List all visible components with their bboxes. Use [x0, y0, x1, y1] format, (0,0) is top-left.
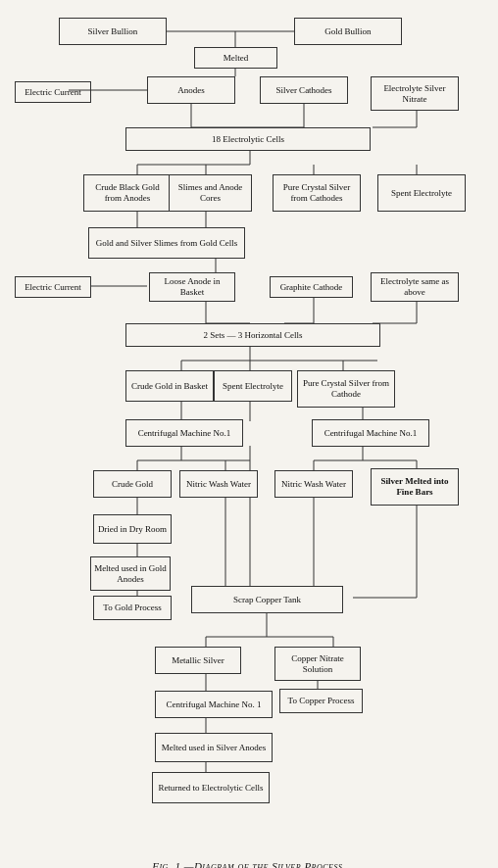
silver-bars-box: Silver Melted into Fine Bars — [371, 468, 459, 506]
electrolyte-same-box: Electrolyte same as above — [371, 272, 459, 302]
centrifugal-2-box: Centrifugal Machine No.1 — [312, 419, 429, 447]
spent-electrolyte-2-box: Spent Electrolyte — [214, 370, 292, 402]
eighteen-cells-box: 18 Electrolytic Cells — [125, 127, 371, 151]
crude-gold-box: Crude Gold — [93, 470, 172, 498]
to-copper-process-box: To Copper Process — [279, 689, 363, 713]
centrifugal-3-box: Centrifugal Machine No. 1 — [155, 691, 273, 718]
silver-bullion-box: Silver Bullion — [59, 18, 167, 45]
melted-gold-anodes-box: Melted used in Gold Anodes — [90, 556, 171, 591]
slimes-anode-cores-box: Slimes and Anode Cores — [169, 174, 252, 212]
figure-caption: Fig. 1.—Diagram of the Silver Process. — [10, 860, 488, 868]
pure-crystal-silver-2-box: Pure Crystal Silver from Cathode — [297, 370, 395, 408]
dried-dry-room-box: Dried in Dry Room — [93, 514, 172, 544]
to-gold-process-box: To Gold Process — [93, 596, 172, 620]
melted-silver-anodes-box: Melted used in Silver Anodes — [155, 733, 273, 762]
electric-current-1-box: Electric Current — [15, 81, 91, 103]
diagram: Silver Bullion Gold Bullion Melted Elect… — [0, 0, 498, 868]
gold-bullion-box: Gold Bullion — [294, 18, 402, 45]
copper-nitrate-box: Copper Nitrate Solution — [274, 647, 361, 681]
electric-current-2-box: Electric Current — [15, 276, 91, 298]
silver-cathodes-box: Silver Cathodes — [260, 76, 348, 104]
gold-silver-slimes-box: Gold and Silver Slimes from Gold Cells — [88, 227, 245, 259]
electrolyte-silver-nitrate-box: Electrolyte Silver Nitrate — [371, 76, 459, 111]
nitric-wash-1-box: Nitric Wash Water — [179, 470, 258, 498]
spent-electrolyte-1-box: Spent Electrolyte — [377, 174, 466, 212]
anodes-box: Anodes — [147, 76, 235, 104]
metallic-silver-box: Metallic Silver — [155, 647, 241, 674]
centrifugal-1-box: Centrifugal Machine No.1 — [125, 419, 243, 447]
returned-box: Returned to Electrolytic Cells — [152, 772, 270, 803]
loose-anode-box: Loose Anode in Basket — [149, 272, 235, 302]
pure-crystal-silver-1-box: Pure Crystal Silver from Cathodes — [273, 174, 361, 212]
two-sets-box: 2 Sets — 3 Horizontal Cells — [125, 323, 380, 347]
graphite-cathode-box: Graphite Cathode — [270, 276, 353, 298]
nitric-wash-2-box: Nitric Wash Water — [274, 470, 353, 498]
crude-gold-basket-box: Crude Gold in Basket — [125, 370, 214, 402]
melted-box: Melted — [194, 47, 277, 69]
scrap-copper-tank-box: Scrap Copper Tank — [191, 586, 343, 613]
crude-black-gold-box: Crude Black Gold from Anodes — [83, 174, 172, 212]
